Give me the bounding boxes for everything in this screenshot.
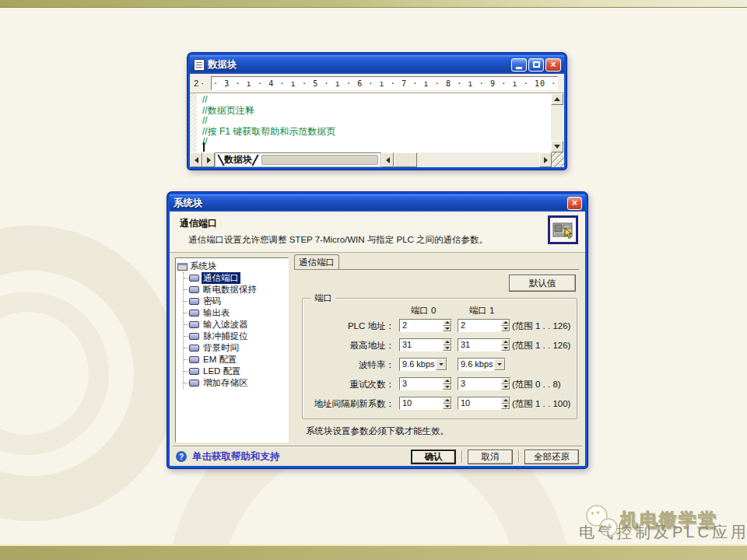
baud-rate-label: 波特率：: [303, 359, 395, 371]
tree-item-input-filter[interactable]: 输入滤波器: [184, 319, 286, 331]
chevron-down-icon: [439, 363, 444, 366]
retry-count-port1-field[interactable]: 3: [458, 377, 510, 390]
restore-all-button[interactable]: 全部还原: [524, 450, 579, 464]
scrollbar-track[interactable]: [551, 105, 564, 141]
retry-count-port0-field[interactable]: 3: [399, 377, 452, 390]
baud-rate-port0-select[interactable]: 9.6 kbps: [399, 358, 447, 371]
tab-edge-right: [251, 154, 258, 166]
code-line: //按 F1 键获取帮助和示范数据页: [202, 127, 551, 138]
retry-count-range: (范围 0 . . 8): [512, 379, 561, 390]
tree-item-comm-port[interactable]: 通信端口: [184, 272, 286, 284]
spin-up-button[interactable]: [501, 320, 510, 326]
tab-scroll-right-button[interactable]: [202, 152, 215, 167]
spin-down-icon: [445, 327, 450, 330]
address-refresh-port1-field[interactable]: 10: [458, 397, 510, 410]
spin-down-button[interactable]: [443, 384, 451, 390]
scrollbar-track[interactable]: [417, 152, 539, 167]
module-icon: [189, 275, 199, 282]
port-group-label: 端口: [311, 292, 335, 304]
spin-down-button[interactable]: [501, 384, 510, 390]
module-icon: [189, 356, 199, 363]
plc-address-label: PLC 地址：: [303, 320, 395, 332]
plc-device-icon: [548, 215, 578, 244]
spin-up-button[interactable]: [443, 320, 451, 326]
spin-down-button[interactable]: [443, 326, 451, 332]
tree-root-system-block[interactable]: 系统块: [177, 261, 286, 272]
spin-down-button[interactable]: [501, 326, 510, 332]
close-button[interactable]: ×: [567, 197, 582, 210]
vertical-scrollbar[interactable]: [551, 93, 564, 152]
spin-up-button[interactable]: [443, 397, 451, 404]
plc-address-port0-field[interactable]: 2: [399, 319, 452, 332]
spin-up-button[interactable]: [443, 339, 451, 345]
spin-down-button[interactable]: [501, 345, 510, 352]
slide-background: 数据块 × 2 · · 3 · ı · 4 · ı · 5 · ı · 6 · …: [0, 0, 747, 560]
highest-address-port0-field[interactable]: 31: [399, 338, 452, 352]
cancel-button[interactable]: 取消: [468, 450, 513, 464]
system-block-icon: [177, 263, 188, 271]
tree-item-pulse-catch[interactable]: 脉冲捕捉位: [184, 331, 286, 342]
tree-item-background-time[interactable]: 背景时间: [184, 342, 286, 354]
module-icon: [189, 380, 199, 387]
code-editor[interactable]: // //数据页注释 // //按 F1 键获取帮助和示范数据页 //: [197, 93, 551, 152]
header-description: 通信端口设置允许您调整 STEP 7-Micro/WIN 与指定 PLC 之间的…: [188, 234, 577, 246]
selection-margin[interactable]: [190, 93, 197, 152]
header-title: 通信端口: [180, 217, 577, 230]
sheet-tab-strip: 数据块: [215, 152, 381, 167]
tree-item-memory-expand[interactable]: 增加存储区: [184, 377, 286, 389]
tab-scroll-left-button[interactable]: [190, 152, 202, 167]
data-block-window-title: 数据块: [208, 58, 511, 72]
highest-address-port1-field[interactable]: 31: [458, 338, 510, 352]
retry-count-label: 重试次数：: [303, 379, 395, 390]
spin-down-button[interactable]: [443, 345, 451, 352]
tree-item-password[interactable]: 密码: [184, 296, 286, 307]
slide-top-band: [0, 0, 747, 8]
tab-comm-port[interactable]: 通信端口: [294, 254, 339, 270]
dialog-footer: ? 单击获取帮助和支持 确认 取消 全部还原: [176, 449, 579, 464]
dropdown-arrow-button[interactable]: [494, 359, 505, 370]
address-refresh-label: 地址间隔刷新系数：: [303, 398, 395, 410]
spin-up-button[interactable]: [443, 378, 451, 384]
spin-up-button[interactable]: [501, 378, 510, 384]
data-block-titlebar[interactable]: 数据块 ×: [190, 55, 564, 74]
chevron-down-icon: [497, 363, 502, 366]
tree-item-led-config[interactable]: LED 配置: [184, 366, 286, 377]
slide-bottom-band: [0, 544, 747, 560]
resize-grip[interactable]: [552, 152, 564, 167]
dropdown-arrow-button[interactable]: [436, 359, 447, 370]
divider: [518, 450, 519, 463]
default-value-button[interactable]: 默认值: [509, 275, 576, 292]
spin-up-button[interactable]: [501, 339, 510, 345]
spin-down-button[interactable]: [443, 404, 451, 410]
sheet-tab-datablock[interactable]: 数据块: [224, 153, 252, 166]
scroll-up-button[interactable]: [551, 93, 563, 105]
tree-item-em-config[interactable]: EM 配置: [184, 354, 286, 366]
scroll-down-button[interactable]: [551, 141, 563, 152]
plc-address-port1-field[interactable]: 2: [458, 319, 510, 332]
module-icon: [189, 286, 199, 293]
close-button[interactable]: ×: [545, 58, 561, 72]
code-line: //: [202, 116, 551, 127]
scroll-right-button[interactable]: [539, 152, 552, 167]
spin-up-button[interactable]: [501, 397, 510, 404]
scrollbar-thumb[interactable]: [394, 152, 417, 167]
maximize-button[interactable]: [528, 58, 544, 72]
highest-address-row: 最高地址： 31 31 (范围 1 . . 126): [303, 338, 577, 352]
address-refresh-port0-field[interactable]: 10: [399, 397, 452, 410]
help-link[interactable]: 单击获取帮助和支持: [192, 450, 280, 464]
confirm-button[interactable]: 确认: [411, 450, 456, 464]
tree-item-retentive-data[interactable]: 断电数据保持: [184, 284, 286, 296]
minimize-button[interactable]: [511, 58, 527, 72]
tree-item-output-table[interactable]: 输出表: [184, 307, 286, 319]
help-icon[interactable]: ?: [176, 451, 187, 462]
system-block-titlebar[interactable]: 系统块 ×: [170, 194, 585, 212]
horizontal-scrollbar[interactable]: [381, 152, 552, 167]
baud-rate-port1-select[interactable]: 9.6 kbps: [458, 358, 506, 371]
scroll-left-button[interactable]: [381, 152, 394, 167]
system-block-tree[interactable]: 系统块 通信端口 断电数据保持 密码 输出表 输入滤波器 脉冲捕捉位 背景时间 …: [175, 257, 289, 443]
tab-strip-filler: [261, 155, 378, 165]
system-block-window: 系统块 × 通信端口 通信端口设置允许您调整 STEP 7-Micro/WIN …: [167, 192, 587, 468]
arrow-left-icon: [195, 157, 198, 163]
spin-down-button[interactable]: [501, 404, 510, 410]
plc-address-row: PLC 地址： 2 2 (范围 1 . . 126): [303, 319, 577, 332]
